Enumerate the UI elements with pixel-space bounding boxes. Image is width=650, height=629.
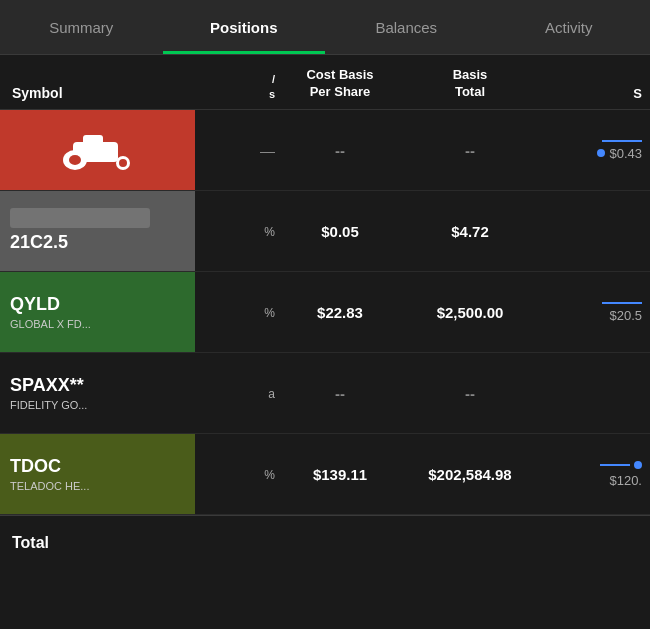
cost-cell-row4: -- bbox=[275, 385, 405, 402]
total-cell-row2: $4.72 bbox=[405, 223, 535, 240]
tab-balances[interactable]: Balances bbox=[325, 0, 488, 54]
qty-cell-row5: % bbox=[195, 467, 275, 482]
symbol-desc-row5: TELADOC HE... bbox=[10, 480, 185, 492]
price-dot-row1 bbox=[597, 149, 605, 157]
last-cell-row1: $0.43 bbox=[535, 140, 650, 161]
logo-row1 bbox=[10, 125, 185, 175]
symbol-cell-row2: 21C2.5 bbox=[0, 191, 195, 271]
col-header-qty: / s bbox=[195, 72, 275, 101]
cost-cell-row3: $22.83 bbox=[275, 304, 405, 321]
table-row: SPAXX** FIDELITY GO... a -- -- bbox=[0, 353, 650, 434]
col-header-basistotal: BasisTotal bbox=[405, 67, 535, 101]
last-cell-row3: $20.5 bbox=[535, 302, 650, 323]
symbol-name-row5: TDOC bbox=[10, 456, 185, 478]
svg-point-5 bbox=[69, 155, 81, 165]
qty-cell-row4: a bbox=[195, 386, 275, 401]
cost-cell-row1: -- bbox=[275, 142, 405, 159]
cost-cell-row5: $139.11 bbox=[275, 466, 405, 483]
table-header: Symbol / s Cost BasisPer Share BasisTota… bbox=[0, 55, 650, 110]
symbol-cell-row3: QYLD GLOBAL X FD... bbox=[0, 272, 195, 352]
total-row: Total bbox=[0, 515, 650, 570]
tab-summary[interactable]: Summary bbox=[0, 0, 163, 54]
table-row: 21C2.5 % $0.05 $4.72 bbox=[0, 191, 650, 272]
svg-point-6 bbox=[119, 159, 127, 167]
tab-bar: Summary Positions Balances Activity bbox=[0, 0, 650, 55]
symbol-desc-row4: FIDELITY GO... bbox=[10, 399, 185, 411]
qty-cell-row2: % bbox=[195, 224, 275, 239]
qty-cell-row1: — bbox=[195, 142, 275, 159]
total-cell-row1: -- bbox=[405, 142, 535, 159]
symbol-desc-row3: GLOBAL X FD... bbox=[10, 318, 185, 330]
table-row: TDOC TELADOC HE... % $139.11 $202,584.98… bbox=[0, 434, 650, 515]
table-row: QYLD GLOBAL X FD... % $22.83 $2,500.00 $… bbox=[0, 272, 650, 353]
col-header-last: S bbox=[535, 86, 650, 101]
total-cell-row3: $2,500.00 bbox=[405, 304, 535, 321]
symbol-cell-row4: SPAXX** FIDELITY GO... bbox=[0, 353, 195, 433]
cost-cell-row2: $0.05 bbox=[275, 223, 405, 240]
tractor-icon bbox=[53, 130, 143, 170]
symbol-name-row4: SPAXX** bbox=[10, 375, 185, 397]
svg-rect-4 bbox=[103, 146, 115, 156]
symbol-name-row3: QYLD bbox=[10, 294, 185, 316]
total-cell-row5: $202,584.98 bbox=[405, 466, 535, 483]
tab-positions[interactable]: Positions bbox=[163, 0, 326, 54]
col-header-symbol: Symbol bbox=[0, 85, 195, 101]
last-cell-row5: $120. bbox=[535, 461, 650, 488]
price-dot-row5 bbox=[634, 461, 642, 469]
col-header-costbasis: Cost BasisPer Share bbox=[275, 67, 405, 101]
tab-activity[interactable]: Activity bbox=[488, 0, 651, 54]
total-label: Total bbox=[12, 534, 49, 552]
symbol-cell-row5: TDOC TELADOC HE... bbox=[0, 434, 195, 514]
svg-rect-3 bbox=[83, 135, 103, 149]
qty-cell-row3: % bbox=[195, 305, 275, 320]
symbol-cell-row1 bbox=[0, 110, 195, 190]
symbol-name-row2: 21C2.5 bbox=[10, 232, 185, 254]
table-row: — -- -- $0.43 bbox=[0, 110, 650, 191]
total-cell-row4: -- bbox=[405, 385, 535, 402]
